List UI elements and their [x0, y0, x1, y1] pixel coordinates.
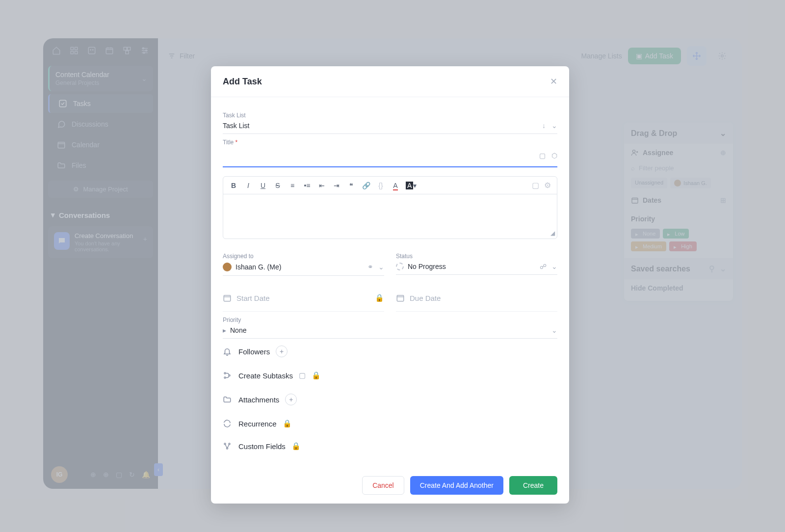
strike-icon[interactable]: S: [273, 182, 282, 189]
sort-icon[interactable]: ↓: [542, 122, 546, 130]
gear-icon[interactable]: ⚙: [544, 181, 551, 190]
workflow-icon[interactable]: ☍: [540, 263, 547, 270]
description-textarea[interactable]: ◢: [223, 194, 557, 239]
calendar-icon: [396, 293, 405, 302]
task-list-select[interactable]: Task List ↓ ⌄: [223, 119, 557, 134]
followers-label: Followers: [238, 347, 270, 356]
resize-handle-icon[interactable]: ◢: [550, 230, 555, 237]
modal-footer: Cancel Create And Add Another Create: [211, 467, 569, 504]
flag-icon: ▸: [223, 326, 226, 334]
task-list-value: Task List: [223, 122, 249, 130]
chevron-down-icon[interactable]: ⌄: [551, 326, 557, 334]
calendar-icon: [223, 293, 232, 302]
chevron-down-icon[interactable]: ⌄: [551, 122, 557, 130]
status-value: No Progress: [408, 263, 446, 270]
tag-icon[interactable]: ⬡: [551, 152, 557, 160]
text-color-icon[interactable]: A: [391, 182, 400, 189]
close-icon[interactable]: ✕: [550, 76, 557, 87]
attachments-row: Attachments +: [223, 387, 557, 412]
title-field: ▢ ⬡: [223, 146, 557, 167]
assigned-label: Assigned to: [223, 253, 384, 260]
nodes-icon: [223, 442, 233, 451]
lock-icon: 🔒: [375, 293, 384, 302]
lock-icon: 🔒: [283, 419, 292, 428]
image-icon[interactable]: ▢: [532, 181, 539, 190]
people-icon[interactable]: ⚭: [367, 263, 373, 271]
attachments-label: Attachments: [238, 396, 279, 404]
quote-icon[interactable]: ❝: [347, 182, 356, 189]
start-date-field[interactable]: Start Date 🔒: [223, 285, 384, 312]
svg-point-24: [224, 443, 226, 445]
lock-icon: 🔒: [312, 371, 321, 380]
svg-point-22: [224, 377, 226, 378]
custom-fields-row: Custom Fields 🔒: [223, 435, 557, 457]
modal-header: Add Task ✕: [211, 66, 569, 97]
bell-icon: [223, 347, 233, 356]
due-date-label: Due Date: [410, 294, 441, 302]
add-task-modal: Add Task ✕ Task List Task List ↓ ⌄ Title…: [211, 66, 569, 504]
cancel-button[interactable]: Cancel: [362, 476, 404, 495]
progress-icon: [396, 263, 404, 270]
underline-icon[interactable]: U: [259, 182, 267, 189]
recurrence-row: Recurrence 🔒: [223, 412, 557, 435]
title-label: Title *: [223, 139, 557, 146]
avatar-icon: [223, 263, 232, 271]
modal-body: Task List Task List ↓ ⌄ Title * ▢ ⬡ B I …: [211, 97, 569, 467]
description-editor: B I U S ≡ •≡ ⇤ ⇥ ❝ 🔗 {} A A▾ ▢ ⚙ ◢: [223, 176, 557, 239]
chevron-down-icon[interactable]: ⌄: [551, 263, 557, 270]
priority-select[interactable]: ▸ None ⌄: [223, 323, 557, 339]
svg-rect-19: [224, 295, 231, 301]
priority-value: None: [230, 326, 246, 334]
italic-icon[interactable]: I: [244, 182, 253, 189]
indent-icon[interactable]: ⇥: [332, 182, 341, 189]
code-icon[interactable]: {}: [376, 182, 385, 189]
custom-fields-label: Custom Fields: [238, 442, 286, 451]
svg-point-23: [229, 375, 230, 376]
chevron-down-icon[interactable]: ⌄: [378, 263, 384, 271]
refresh-icon: [223, 419, 233, 428]
branch-icon: [223, 371, 233, 380]
bold-icon[interactable]: B: [229, 182, 238, 189]
assigned-select[interactable]: Ishaan G. (Me) ⚭ ⌄: [223, 260, 384, 276]
status-select[interactable]: No Progress ☍ ⌄: [396, 260, 557, 275]
outdent-icon[interactable]: ⇤: [317, 182, 326, 189]
subtasks-row: Create Subtasks ▢ 🔒: [223, 364, 557, 387]
template-icon[interactable]: ▢: [539, 152, 546, 160]
info-icon: ▢: [299, 371, 306, 380]
svg-point-26: [227, 448, 228, 449]
start-date-label: Start Date: [236, 294, 270, 302]
svg-point-21: [224, 372, 226, 374]
unordered-list-icon[interactable]: •≡: [303, 182, 312, 189]
status-label: Status: [396, 253, 557, 260]
recurrence-label: Recurrence: [238, 420, 277, 428]
folder-icon: [223, 395, 233, 404]
title-input[interactable]: [223, 149, 539, 162]
lock-icon: 🔒: [291, 442, 301, 451]
add-follower-button[interactable]: +: [276, 346, 288, 357]
task-list-label: Task List: [223, 112, 557, 119]
create-button[interactable]: Create: [509, 476, 557, 495]
create-another-button[interactable]: Create And Add Another: [410, 476, 503, 495]
priority-label: Priority: [223, 317, 557, 323]
bg-color-icon[interactable]: A▾: [406, 182, 415, 189]
svg-rect-20: [397, 295, 404, 301]
rte-toolbar: B I U S ≡ •≡ ⇤ ⇥ ❝ 🔗 {} A A▾ ▢ ⚙: [223, 177, 557, 194]
due-date-field[interactable]: Due Date: [396, 285, 557, 312]
ordered-list-icon[interactable]: ≡: [288, 182, 297, 189]
followers-row: Followers +: [223, 339, 557, 364]
add-attachment-button[interactable]: +: [285, 394, 297, 405]
subtasks-label: Create Subtasks: [238, 372, 293, 380]
link-icon[interactable]: 🔗: [362, 182, 370, 189]
svg-point-25: [229, 443, 230, 445]
assigned-value: Ishaan G. (Me): [236, 263, 281, 271]
modal-title: Add Task: [223, 77, 262, 87]
